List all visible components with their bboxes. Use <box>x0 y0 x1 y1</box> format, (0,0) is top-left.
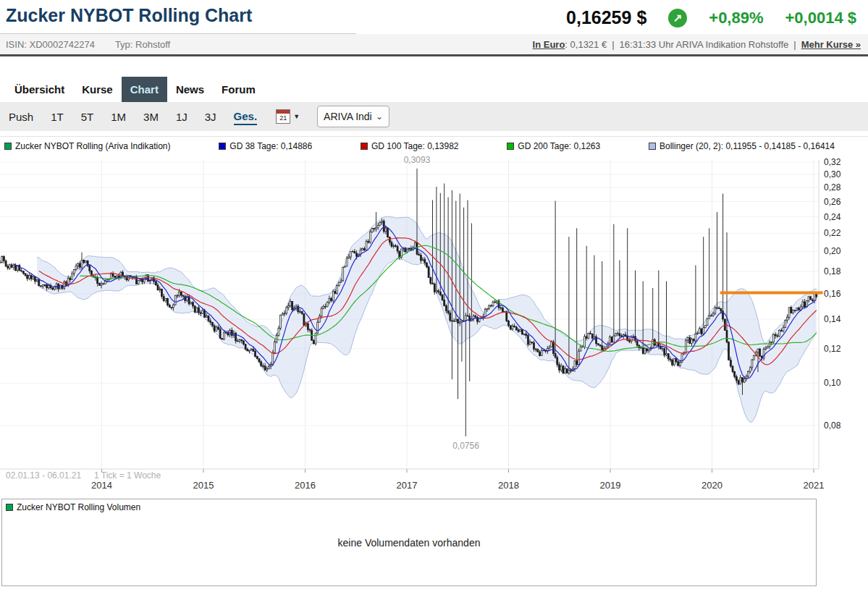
in-euro-value: : 0,1321 € <box>565 39 607 50</box>
svg-text:0,30: 0,30 <box>824 169 841 179</box>
quote-block: 0,16259 $ ↗ +0,89% +0,0014 $ <box>566 0 868 28</box>
title-wrap: Zucker NYBOT Rolling Chart <box>0 0 356 34</box>
svg-text:0,08: 0,08 <box>824 420 841 431</box>
svg-text:0,24: 0,24 <box>824 212 841 222</box>
legend-label: GD 38 Tage: 0,14886 <box>229 141 312 151</box>
svg-text:1 Tick = 1 Woche: 1 Tick = 1 Woche <box>94 470 161 481</box>
calendar-caret-icon: ▼ <box>293 113 300 120</box>
svg-text:0,18: 0,18 <box>824 266 841 276</box>
legend-item: Bollinger (20, 2): 0,11955 - 0,14185 - 0… <box>649 141 835 151</box>
svg-text:2017: 2017 <box>397 480 418 491</box>
instrument-meta: ISIN: XD0002742274 Typ: Rohstoff <box>6 39 170 50</box>
legend-item: Zucker NYBOT Rolling (Ariva Indikation) <box>4 141 171 151</box>
legend-marker <box>219 143 226 150</box>
page: Zucker NYBOT Rolling Chart 0,16259 $ ↗ +… <box>0 0 868 586</box>
svg-text:0,16: 0,16 <box>824 289 841 299</box>
legend-item: GD 200 Tage: 0,1263 <box>507 141 600 151</box>
svg-text:0,28: 0,28 <box>824 182 841 193</box>
trend-up-icon[interactable]: ↗ <box>668 9 687 28</box>
svg-text:0,22: 0,22 <box>824 228 841 238</box>
chart-legend: Zucker NYBOT Rolling (Ariva Indikation)G… <box>0 136 868 154</box>
change-percent: +0,89% <box>709 9 763 28</box>
legend-label: GD 100 Tage: 0,13982 <box>371 141 459 151</box>
svg-text:02.01.13 - 06.01.21: 02.01.13 - 06.01.21 <box>6 470 81 481</box>
indicator-select[interactable]: ARIVA Indi ⌄ <box>317 106 389 127</box>
svg-text:2014: 2014 <box>91 480 112 491</box>
legend-marker <box>507 143 514 150</box>
isin-label: ISIN: XD0002742274 <box>6 39 95 50</box>
period-push[interactable]: Push <box>9 109 33 124</box>
svg-text:0,20: 0,20 <box>824 246 841 256</box>
legend-marker <box>4 143 12 150</box>
indicator-select-value: ARIVA Indi <box>324 111 372 122</box>
tab-kurse[interactable]: Kurse <box>73 77 122 102</box>
legend-label: GD 200 Tage: 0,1263 <box>518 141 600 151</box>
svg-text:2016: 2016 <box>295 480 316 491</box>
legend-label: Bollinger (20, 2): 0,11955 - 0,14185 - 0… <box>660 141 835 151</box>
period-1m[interactable]: 1M <box>111 109 126 124</box>
tab-chart[interactable]: Chart <box>122 77 167 102</box>
calendar-button[interactable]: 21 ▼ <box>276 109 300 124</box>
svg-text:2015: 2015 <box>193 480 214 491</box>
volume-legend-label: Zucker NYBOT Rolling Volumen <box>17 502 140 512</box>
legend-marker <box>649 143 656 150</box>
svg-text:0,26: 0,26 <box>824 197 841 207</box>
tab-news[interactable]: News <box>167 77 213 102</box>
calendar-icon-number: 21 <box>277 114 290 123</box>
volume-legend: Zucker NYBOT Rolling Volumen <box>6 502 140 512</box>
quote-meta: In Euro: 0,1321 € | 16:31:33 Uhr ARIVA I… <box>533 39 861 50</box>
main-nav: ÜbersichtKurseChartNewsForum <box>0 77 868 102</box>
svg-text:2019: 2019 <box>600 480 621 491</box>
svg-text:0,32: 0,32 <box>824 157 841 167</box>
legend-item: GD 100 Tage: 0,13982 <box>361 141 459 151</box>
svg-text:0,10: 0,10 <box>824 378 841 388</box>
svg-text:0,12: 0,12 <box>824 344 841 354</box>
period-1t[interactable]: 1T <box>51 109 64 124</box>
volume-legend-marker <box>6 504 13 511</box>
info-bar: ISIN: XD0002742274 Typ: Rohstoff In Euro… <box>0 34 868 56</box>
svg-text:2021: 2021 <box>804 480 825 491</box>
chart-toolbar: Push1T5T1M3M1J3JGes. 21 ▼ ARIVA Indi ⌄ <box>0 102 868 131</box>
period-5t[interactable]: 5T <box>81 109 94 124</box>
period-3m[interactable]: 3M <box>143 109 159 124</box>
period-ges[interactable]: Ges. <box>234 109 258 125</box>
tab-forum[interactable]: Forum <box>213 77 264 102</box>
legend-marker <box>361 143 368 150</box>
change-absolute: +0,0014 $ <box>785 9 856 28</box>
select-caret-icon: ⌄ <box>376 114 383 119</box>
svg-text:0,14: 0,14 <box>824 314 841 324</box>
svg-text:2020: 2020 <box>701 480 722 491</box>
separator: | <box>612 39 614 50</box>
volume-panel: Zucker NYBOT Rolling Volumen keine Volum… <box>1 499 817 586</box>
period-3j[interactable]: 3J <box>205 109 216 124</box>
svg-text:0,3093: 0,3093 <box>404 155 431 165</box>
header: Zucker NYBOT Rolling Chart 0,16259 $ ↗ +… <box>0 0 868 34</box>
current-price: 0,16259 $ <box>566 7 646 28</box>
legend-label: Zucker NYBOT Rolling (Ariva Indikation) <box>15 141 171 151</box>
svg-text:2018: 2018 <box>498 480 519 491</box>
price-chart-canvas[interactable]: 201420152016201720182019202020210,320,30… <box>0 154 868 494</box>
period-1j[interactable]: 1J <box>176 109 187 124</box>
svg-text:0,0756: 0,0756 <box>452 441 479 451</box>
type-label: Typ: Rohstoff <box>115 39 170 50</box>
period-group: Push1T5T1M3M1J3JGes. <box>9 109 257 125</box>
time-info: 16:31:33 Uhr ARIVA Indikation Rohstoffe <box>620 39 789 50</box>
in-euro-link[interactable]: In Euro <box>533 39 565 50</box>
legend-item: GD 38 Tage: 0,14886 <box>219 141 312 151</box>
tab-uebersicht[interactable]: Übersicht <box>6 77 73 102</box>
price-chart[interactable]: 201420152016201720182019202020210,320,30… <box>0 154 868 494</box>
calendar-icon: 21 <box>276 109 290 124</box>
page-title: Zucker NYBOT Rolling Chart <box>6 6 356 26</box>
separator: | <box>793 39 796 50</box>
more-quotes-link[interactable]: Mehr Kurse » <box>801 39 861 50</box>
